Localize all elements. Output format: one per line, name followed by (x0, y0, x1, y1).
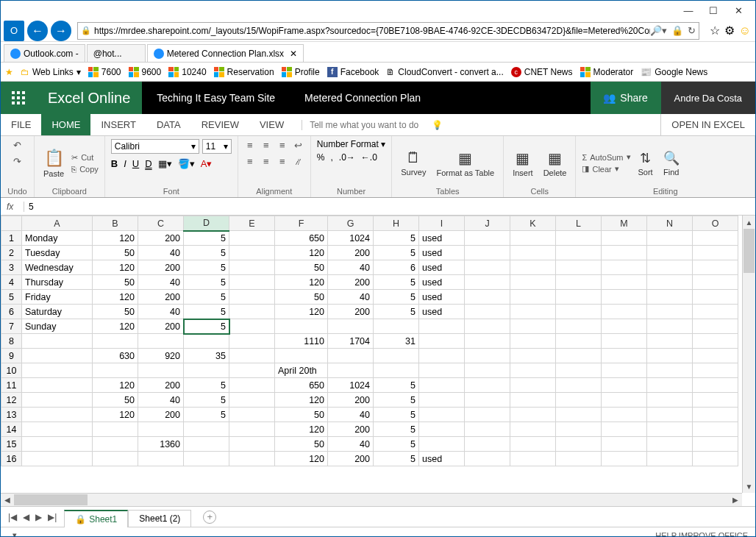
cell-F2[interactable]: 120 (275, 246, 328, 260)
cell-J1[interactable] (465, 231, 510, 246)
cell-L14[interactable] (556, 422, 602, 437)
cell-M9[interactable] (602, 349, 647, 363)
cell-G8[interactable]: 1704 (328, 334, 374, 349)
cell-C13[interactable]: 200 (138, 408, 184, 422)
cell-A4[interactable]: Thursday (22, 275, 93, 290)
bold-button[interactable]: B (111, 158, 118, 169)
browser-tab-hot[interactable]: @hot... (87, 44, 146, 62)
cell-B4[interactable]: 50 (93, 275, 138, 290)
cell-G1[interactable]: 1024 (328, 231, 374, 246)
cell-A2[interactable]: Tuesday (22, 246, 93, 260)
cell-B6[interactable]: 50 (93, 305, 138, 319)
col-header-A[interactable]: A (22, 216, 93, 231)
cell-L6[interactable] (556, 305, 602, 319)
cell-J16[interactable] (465, 452, 510, 466)
align-top-icon[interactable]: ≡ (244, 139, 256, 151)
tell-me-input[interactable] (310, 120, 427, 130)
cell-I11[interactable] (419, 378, 465, 393)
cell-H10[interactable] (374, 363, 419, 378)
fav-facebook[interactable]: fFacebook (327, 67, 379, 77)
cell-O2[interactable] (693, 246, 738, 260)
cell-B3[interactable]: 120 (93, 260, 138, 275)
row-header-16[interactable]: 16 (1, 452, 22, 466)
cell-D11[interactable]: 5 (184, 378, 229, 393)
cell-M2[interactable] (602, 246, 647, 260)
status-dropdown-icon[interactable]: ▾ (13, 530, 17, 537)
find-button[interactable]: 🔍Find (660, 149, 682, 178)
cut-button[interactable]: ✂Cut (71, 153, 99, 163)
col-header-H[interactable]: H (374, 216, 419, 231)
cell-I8[interactable] (419, 334, 465, 349)
cell-D3[interactable]: 5 (184, 260, 229, 275)
cell-A10[interactable] (22, 363, 93, 378)
copy-button[interactable]: ⎘Copy (71, 165, 99, 174)
cell-O15[interactable] (693, 437, 738, 452)
cell-F5[interactable]: 50 (275, 290, 328, 305)
cell-I14[interactable] (419, 422, 465, 437)
window-close[interactable]: ✕ (726, 2, 751, 18)
cell-D10[interactable] (184, 363, 229, 378)
fav-moderator[interactable]: Moderator (580, 67, 634, 77)
tab-insert[interactable]: INSERT (90, 114, 146, 135)
cell-K10[interactable] (510, 363, 556, 378)
borders-button[interactable]: ▦▾ (158, 158, 172, 169)
col-header-E[interactable]: E (229, 216, 275, 231)
cell-L4[interactable] (556, 275, 602, 290)
cell-A9[interactable] (22, 349, 93, 363)
cell-C3[interactable]: 200 (138, 260, 184, 275)
number-format-button[interactable]: Number Format ▾ (317, 139, 385, 149)
cell-G2[interactable]: 200 (328, 246, 374, 260)
sheet-first-icon[interactable]: |◀ (8, 512, 17, 522)
cell-I5[interactable]: used (419, 290, 465, 305)
cell-B13[interactable]: 120 (93, 408, 138, 422)
cell-I7[interactable] (419, 319, 465, 334)
cell-N12[interactable] (647, 393, 693, 408)
cell-J2[interactable] (465, 246, 510, 260)
add-favorite-icon[interactable]: ★ (5, 67, 13, 77)
col-header-J[interactable]: J (465, 216, 510, 231)
forward-button[interactable]: → (51, 21, 71, 41)
cell-N13[interactable] (647, 408, 693, 422)
share-button[interactable]: 👥Share (591, 82, 661, 114)
cell-I2[interactable]: used (419, 246, 465, 260)
cell-I10[interactable] (419, 363, 465, 378)
cell-F13[interactable]: 50 (275, 408, 328, 422)
window-minimize[interactable]: — (676, 2, 701, 18)
paste-button[interactable]: 📋 Paste (40, 147, 67, 179)
cell-H2[interactable]: 5 (374, 246, 419, 260)
url-input[interactable] (94, 26, 650, 36)
cell-A13[interactable] (22, 408, 93, 422)
cell-N4[interactable] (647, 275, 693, 290)
col-header-D[interactable]: D (184, 216, 229, 231)
cell-F8[interactable]: 1110 (275, 334, 328, 349)
cell-O5[interactable] (693, 290, 738, 305)
cell-E2[interactable] (229, 246, 275, 260)
cell-O8[interactable] (693, 334, 738, 349)
cell-A7[interactable]: Sunday (22, 319, 93, 334)
cell-A1[interactable]: Monday (22, 231, 93, 246)
scroll-down-icon[interactable]: ▼ (743, 480, 755, 493)
cell-G3[interactable]: 40 (328, 260, 374, 275)
cell-B16[interactable] (93, 452, 138, 466)
cell-C6[interactable]: 40 (138, 305, 184, 319)
cell-N6[interactable] (647, 305, 693, 319)
cell-M16[interactable] (602, 452, 647, 466)
security-lock-icon[interactable]: 🔒 (671, 25, 683, 36)
cell-C12[interactable]: 40 (138, 393, 184, 408)
cell-E4[interactable] (229, 275, 275, 290)
cell-O1[interactable] (693, 231, 738, 246)
cell-B8[interactable] (93, 334, 138, 349)
cell-L9[interactable] (556, 349, 602, 363)
cell-G9[interactable] (328, 349, 374, 363)
row-header-2[interactable]: 2 (1, 246, 22, 260)
close-tab-icon[interactable]: ✕ (290, 49, 297, 59)
cell-K5[interactable] (510, 290, 556, 305)
cell-B11[interactable]: 120 (93, 378, 138, 393)
cell-A16[interactable] (22, 452, 93, 466)
cell-H1[interactable]: 5 (374, 231, 419, 246)
cell-C8[interactable] (138, 334, 184, 349)
cell-K9[interactable] (510, 349, 556, 363)
cell-M6[interactable] (602, 305, 647, 319)
autosum-button[interactable]: ΣAutoSum ▾ (582, 152, 630, 162)
col-header-L[interactable]: L (556, 216, 602, 231)
